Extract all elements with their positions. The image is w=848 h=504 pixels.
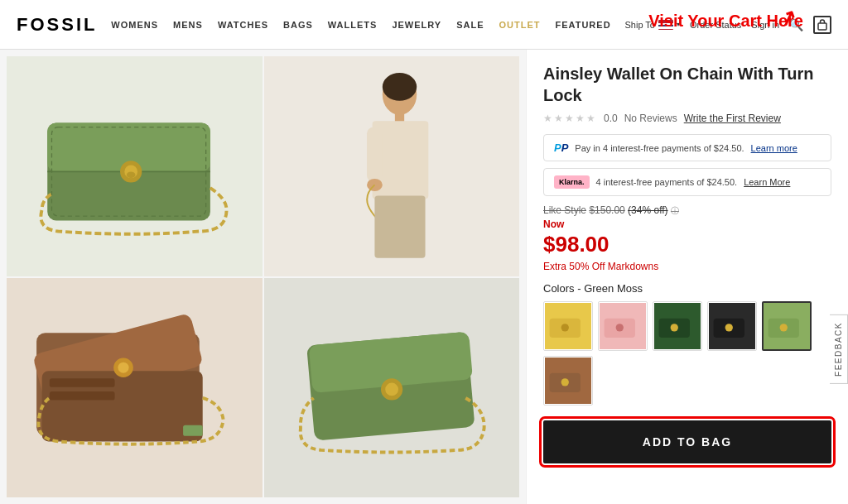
swatch-black-svg bbox=[709, 303, 755, 349]
bag-icon bbox=[817, 19, 828, 31]
klarna-logo: Klarna. bbox=[554, 175, 590, 189]
nav-watches[interactable]: WATCHES bbox=[218, 20, 268, 30]
colors-label: Colors - Green Moss bbox=[543, 282, 831, 295]
swatch-green-moss-svg bbox=[764, 303, 810, 349]
visit-cart-annotation: Visit Your Cart Here ↗ bbox=[648, 12, 803, 31]
discount-badge: (34% off) bbox=[628, 204, 667, 216]
svg-point-44 bbox=[780, 324, 788, 331]
svg-rect-12 bbox=[367, 127, 383, 182]
info-icon: ⓘ bbox=[671, 206, 679, 215]
swatch-brown[interactable] bbox=[543, 356, 593, 406]
nav-jewelry[interactable]: JEWELRY bbox=[392, 20, 441, 30]
swatch-pink[interactable] bbox=[598, 301, 648, 351]
swatch-black[interactable] bbox=[707, 301, 757, 351]
nav-featured[interactable]: FEATURED bbox=[556, 20, 611, 30]
wallet-brown-svg bbox=[26, 294, 243, 481]
product-images bbox=[0, 50, 526, 504]
rating-row: ★★★★★ 0.0 No Reviews Write the First Rev… bbox=[543, 113, 831, 124]
main-content: Ainsley Wallet On Chain With Turn Lock ★… bbox=[0, 50, 848, 504]
swatch-yellow-svg bbox=[545, 303, 591, 349]
product-image-green-angle bbox=[264, 278, 520, 498]
svg-point-32 bbox=[561, 324, 569, 331]
selected-color: - Green Moss bbox=[577, 282, 643, 295]
nav-womens[interactable]: WOMENS bbox=[111, 20, 158, 30]
svg-point-47 bbox=[561, 378, 569, 386]
svg-point-38 bbox=[671, 324, 678, 331]
main-nav: WOMENS MENS WATCHES BAGS WALLETS JEWELRY… bbox=[111, 20, 610, 30]
rating-number: 0.0 bbox=[604, 113, 618, 124]
product-image-green-front bbox=[7, 56, 263, 276]
extra-off-label: Extra 50% Off Markdowns bbox=[543, 261, 831, 272]
wallet-angle-svg bbox=[283, 294, 500, 481]
model-svg bbox=[283, 73, 500, 260]
swatch-dark-green[interactable] bbox=[653, 301, 702, 351]
svg-point-29 bbox=[385, 383, 398, 396]
swatch-pink-svg bbox=[600, 303, 646, 349]
write-review-link[interactable]: Write the First Review bbox=[684, 113, 781, 124]
svg-rect-24 bbox=[50, 391, 115, 400]
paypal-text: Pay in 4 interest-free payments of $24.5… bbox=[575, 143, 744, 153]
klarna-learn-more[interactable]: Learn More bbox=[744, 177, 790, 187]
original-price: $150.00 bbox=[589, 204, 624, 216]
paypal-learn-more[interactable]: Learn more bbox=[751, 143, 797, 153]
svg-rect-23 bbox=[50, 379, 115, 387]
paypal-p-icon: PP bbox=[554, 142, 568, 154]
product-detail-panel: Ainsley Wallet On Chain With Turn Lock ★… bbox=[526, 50, 848, 504]
svg-point-6 bbox=[127, 171, 135, 178]
cart-icon[interactable] bbox=[813, 16, 831, 34]
wallet-green-front-svg bbox=[26, 73, 243, 260]
nav-outlet[interactable]: OUTLET bbox=[499, 20, 541, 30]
logo: FOSSIL bbox=[17, 14, 97, 36]
now-label: Now bbox=[543, 218, 831, 230]
nav-mens[interactable]: MENS bbox=[173, 20, 203, 30]
product-title: Ainsley Wallet On Chain With Turn Lock bbox=[543, 63, 831, 106]
nav-sale[interactable]: SALE bbox=[456, 20, 484, 30]
like-style-label: Like Style bbox=[543, 204, 586, 216]
nav-bags[interactable]: BAGS bbox=[283, 20, 313, 30]
product-image-model bbox=[264, 56, 520, 276]
product-image-brown bbox=[7, 278, 263, 498]
svg-point-22 bbox=[118, 362, 129, 373]
colors-title: Colors bbox=[543, 282, 575, 295]
swatch-brown-svg bbox=[545, 358, 591, 404]
svg-point-9 bbox=[382, 73, 416, 101]
product-price: $98.00 bbox=[543, 232, 831, 257]
nav-wallets[interactable]: WALLETS bbox=[328, 20, 378, 30]
klarna-text: 4 interest-free payments of $24.50. bbox=[596, 177, 738, 187]
klarna-payment-box: Klarna. 4 interest-free payments of $24.… bbox=[543, 168, 831, 196]
like-style-row: Like Style $150.00 (34% off) ⓘ bbox=[543, 204, 831, 217]
swatch-dark-green-svg bbox=[654, 303, 701, 349]
no-reviews: No Reviews bbox=[624, 113, 677, 124]
star-rating: ★★★★★ bbox=[543, 113, 597, 124]
svg-rect-17 bbox=[374, 195, 425, 257]
swatch-green-moss[interactable] bbox=[762, 301, 812, 351]
feedback-tab[interactable]: FEEDBACK bbox=[830, 314, 848, 384]
svg-rect-25 bbox=[183, 425, 203, 436]
paypal-payment-box: PP Pay in 4 interest-free payments of $2… bbox=[543, 134, 831, 161]
svg-point-35 bbox=[616, 324, 624, 331]
svg-point-41 bbox=[725, 324, 733, 331]
swatch-yellow[interactable] bbox=[543, 301, 593, 351]
add-to-bag-button[interactable]: ADD TO BAG bbox=[543, 420, 831, 463]
svg-rect-0 bbox=[818, 23, 826, 30]
color-swatches bbox=[543, 301, 831, 406]
